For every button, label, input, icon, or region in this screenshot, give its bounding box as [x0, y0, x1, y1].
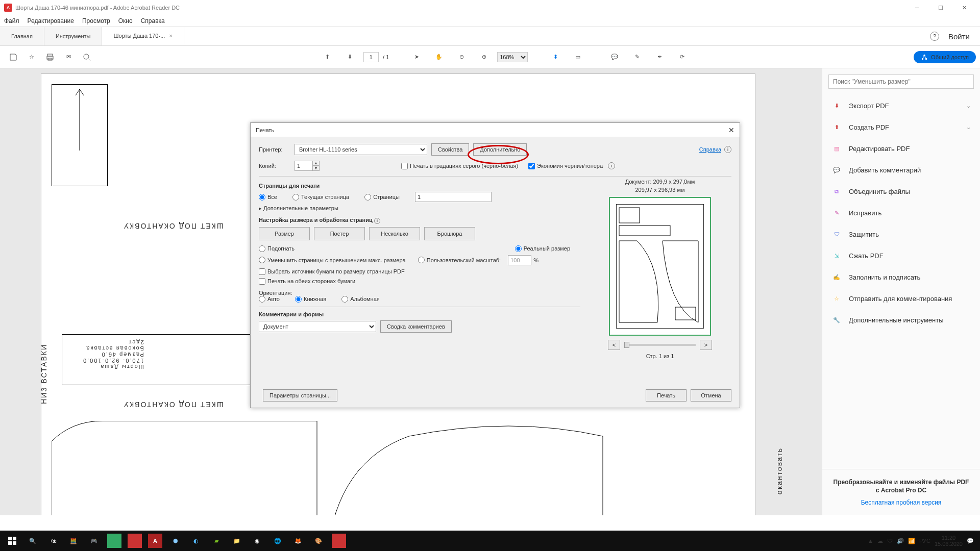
- printer-select[interactable]: Brother HL-1110 series: [295, 144, 427, 155]
- print-icon[interactable]: [44, 51, 56, 63]
- radio-landscape[interactable]: Альбомная: [341, 296, 380, 303]
- tray-icon[interactable]: ▲: [868, 538, 873, 544]
- eco-checkbox[interactable]: Экономия чернил/тонера: [528, 163, 603, 169]
- more-params-toggle[interactable]: ▸ Дополнительные параметры: [259, 205, 338, 211]
- comments-summary-button[interactable]: Сводка комментариев: [380, 320, 452, 333]
- paper-source-checkbox[interactable]: Выбрать источник бумаги по размеру стран…: [259, 268, 580, 275]
- fit-width-icon[interactable]: ⬍: [549, 51, 561, 63]
- tool-fill-sign[interactable]: ✍Заполнить и подписать: [822, 266, 980, 288]
- info-icon[interactable]: i: [724, 146, 731, 153]
- share-button[interactable]: Общий доступ: [914, 51, 976, 63]
- help-link[interactable]: Справка: [699, 146, 721, 153]
- app-icon-7[interactable]: 🎨: [308, 531, 329, 551]
- tab-tools[interactable]: Инструменты: [44, 27, 103, 45]
- login-link[interactable]: Войти: [948, 32, 970, 41]
- mail-icon[interactable]: ✉: [62, 51, 75, 63]
- app-icon-5[interactable]: ◐: [186, 531, 206, 551]
- store-icon[interactable]: 🛍: [43, 531, 63, 551]
- preview-next-button[interactable]: >: [700, 340, 712, 350]
- fit-page-icon[interactable]: ▭: [572, 51, 584, 63]
- copies-up[interactable]: ▲: [312, 161, 320, 166]
- tab-poster[interactable]: Постер: [314, 227, 365, 240]
- notifications-icon[interactable]: 💬: [967, 538, 974, 544]
- tool-compress[interactable]: ⇲Сжать PDF: [822, 245, 980, 266]
- start-button[interactable]: [2, 531, 22, 551]
- copies-down[interactable]: ▼: [312, 166, 320, 171]
- menu-view[interactable]: Просмотр: [82, 17, 110, 24]
- tool-comment[interactable]: 💬Добавить комментарий: [822, 159, 980, 181]
- close-button[interactable]: ✕: [952, 0, 976, 15]
- info-icon[interactable]: i: [374, 218, 380, 224]
- sign-icon[interactable]: ✒: [653, 51, 666, 63]
- taskbar-clock[interactable]: 11:20 15.06.2020: [935, 535, 963, 547]
- help-icon[interactable]: ?: [930, 32, 939, 41]
- maximize-button[interactable]: ☐: [929, 0, 952, 15]
- menu-help[interactable]: Справка: [141, 17, 165, 24]
- highlight-icon[interactable]: ✎: [631, 51, 643, 63]
- app-icon-2[interactable]: [128, 534, 142, 548]
- firefox-icon[interactable]: 🦊: [288, 531, 308, 551]
- duplex-checkbox[interactable]: Печать на обеих сторонах бумаги: [259, 278, 580, 285]
- comments-select[interactable]: Документ: [259, 321, 376, 332]
- zoom-out-icon[interactable]: ⊖: [455, 51, 468, 63]
- comment-icon[interactable]: 💬: [608, 51, 621, 63]
- tool-more[interactable]: 🔧Дополнительные инструменты: [822, 309, 980, 331]
- radio-portrait[interactable]: Книжная: [295, 296, 326, 303]
- tools-search-input[interactable]: [828, 74, 974, 89]
- radio-fit[interactable]: Подогнать: [259, 245, 295, 252]
- xbox-icon[interactable]: 🎮: [84, 531, 104, 551]
- app-icon-4[interactable]: ⬢: [165, 531, 186, 551]
- page-number-input[interactable]: [363, 52, 379, 62]
- tray-icon[interactable]: 🛡: [887, 538, 893, 544]
- tool-send-comment[interactable]: ☆Отправить для комментирования: [822, 288, 980, 309]
- copies-input[interactable]: [295, 161, 313, 171]
- grayscale-checkbox[interactable]: Печать в градациях серого (черно-белая): [401, 163, 518, 169]
- tool-create-pdf[interactable]: ⬆Создать PDF⌄: [822, 116, 980, 138]
- tab-booklet[interactable]: Брошюра: [424, 227, 475, 240]
- app-icon-3[interactable]: A: [148, 534, 162, 548]
- tray-icon[interactable]: ☁: [877, 538, 883, 544]
- acrobat-taskbar-icon[interactable]: [332, 534, 346, 548]
- close-tab-icon[interactable]: ×: [169, 33, 172, 39]
- minimize-button[interactable]: ─: [905, 0, 929, 15]
- chrome-icon[interactable]: 🌐: [267, 531, 288, 551]
- hand-icon[interactable]: ✋: [433, 51, 445, 63]
- tray-icon[interactable]: 📶: [908, 538, 915, 544]
- tool-combine[interactable]: ⧉Объединить файлы: [822, 181, 980, 202]
- tray-lang[interactable]: РУС: [919, 538, 930, 544]
- pointer-icon[interactable]: ➤: [410, 51, 423, 63]
- explorer-icon[interactable]: 📁: [227, 531, 247, 551]
- radio-custom[interactable]: Пользовательский масштаб:: [418, 257, 501, 263]
- menu-file[interactable]: Файл: [4, 17, 19, 24]
- menu-edit[interactable]: Редактирование: [28, 17, 74, 24]
- tab-home[interactable]: Главная: [0, 27, 44, 45]
- trial-link[interactable]: Бесплатная пробная версия: [831, 499, 971, 506]
- tray-icon[interactable]: 🔊: [897, 538, 904, 544]
- search-taskbar-icon[interactable]: 🔍: [22, 531, 43, 551]
- app-icon-1[interactable]: [107, 534, 121, 548]
- properties-button[interactable]: Свойства: [431, 143, 469, 156]
- zoom-in-icon[interactable]: ⊕: [478, 51, 490, 63]
- dialog-close-button[interactable]: ✕: [728, 126, 734, 134]
- save-icon[interactable]: [7, 51, 19, 63]
- steam-icon[interactable]: ◉: [247, 531, 267, 551]
- page-setup-button[interactable]: Параметры страницы...: [263, 389, 337, 402]
- radio-range[interactable]: Страницы: [364, 194, 400, 201]
- page-down-icon[interactable]: ⬇: [344, 51, 356, 63]
- radio-all[interactable]: Все: [259, 194, 277, 201]
- tool-protect[interactable]: 🛡Защитить: [822, 223, 980, 245]
- radio-shrink[interactable]: Уменьшить страницы с превышением макс. р…: [259, 257, 406, 263]
- preview-slider[interactable]: [624, 344, 696, 346]
- page-range-input[interactable]: [415, 192, 492, 202]
- tool-redact[interactable]: ✎Исправить: [822, 202, 980, 223]
- tool-export-pdf[interactable]: ⬇Экспорт PDF⌄: [822, 95, 980, 116]
- radio-auto[interactable]: Авто: [259, 296, 280, 303]
- tool-edit-pdf[interactable]: ▤Редактировать PDF: [822, 138, 980, 159]
- info-icon[interactable]: i: [608, 162, 615, 169]
- tab-multiple[interactable]: Несколько: [369, 227, 420, 240]
- app-icon-6[interactable]: ▰: [206, 531, 227, 551]
- tab-document[interactable]: Шорты Даша 170-...×: [102, 27, 184, 45]
- radio-actual[interactable]: Реальный размер: [515, 245, 570, 252]
- advanced-button[interactable]: Дополнительно: [473, 143, 527, 156]
- cancel-button[interactable]: Отмена: [691, 389, 731, 402]
